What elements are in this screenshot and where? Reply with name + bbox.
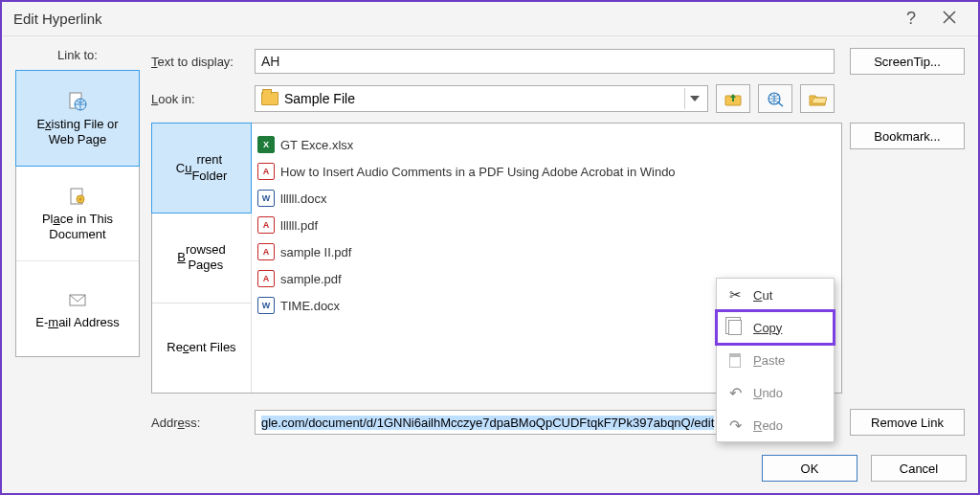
copy-icon <box>726 320 744 335</box>
pdf-icon: A <box>257 243 275 260</box>
chevron-down-icon <box>684 88 703 109</box>
help-button[interactable]: ? <box>892 9 930 29</box>
look-in-row: Look in: Sample File <box>151 84 965 113</box>
docx-icon: W <box>257 297 275 314</box>
browse-web-button[interactable] <box>758 84 792 113</box>
browse-file-button[interactable] <box>800 84 835 113</box>
edit-hyperlink-dialog: Edit Hyperlink ? Link to: Existing File … <box>0 0 980 495</box>
place-in-doc-icon <box>66 185 89 208</box>
context-redo: Redo <box>717 409 834 441</box>
docx-icon: W <box>257 190 275 207</box>
text-to-display-label: Text to display: <box>151 55 247 69</box>
globe-file-icon <box>66 90 89 113</box>
scissors-icon <box>726 286 744 304</box>
text-to-display-row: Text to display: ScreenTip... <box>151 48 965 75</box>
link-to-email-label: E-mail Address <box>35 315 119 330</box>
link-to-place-label: Place in ThisDocument <box>42 212 113 241</box>
undo-icon <box>726 384 744 402</box>
text-to-display-input[interactable] <box>255 49 835 74</box>
file-row[interactable]: XGT Exce.xlsx <box>257 131 835 158</box>
look-in-dropdown[interactable]: Sample File <box>255 85 708 112</box>
tab-current-folder[interactable]: CurrentFolder <box>151 123 252 214</box>
screentip-button[interactable]: ScreenTip... <box>850 48 965 75</box>
look-in-value: Sample File <box>284 91 679 106</box>
dialog-footer: OK Cancel <box>762 455 967 482</box>
address-row: Address: gle.com/document/d/1GNNi6ailhMc… <box>151 409 965 436</box>
link-to-column: Link to: Existing File orWeb Page Place … <box>15 48 140 480</box>
file-row[interactable]: AHow to Insert Audio Comments in a PDF U… <box>257 158 835 185</box>
clipboard-icon <box>726 353 744 368</box>
link-to-email[interactable]: E-mail Address <box>16 261 139 356</box>
link-to-existing-file[interactable]: Existing File orWeb Page <box>15 70 140 167</box>
browse-mode-tabs: CurrentFolder BrowsedPages Recent Files <box>152 124 252 393</box>
context-menu: Cut Copy Paste Undo Redo <box>716 278 835 442</box>
context-paste: Paste <box>717 344 834 376</box>
link-to-place-in-doc[interactable]: Place in ThisDocument <box>16 166 139 261</box>
file-row[interactable]: Asample II.pdf <box>257 238 835 265</box>
tab-recent-files[interactable]: Recent Files <box>152 304 251 393</box>
up-one-folder-button[interactable] <box>716 84 750 113</box>
link-to-existing-label: Existing File orWeb Page <box>36 117 118 146</box>
titlebar: Edit Hyperlink ? <box>2 2 978 36</box>
cancel-button[interactable]: Cancel <box>871 455 967 482</box>
pdf-icon: A <box>257 270 275 287</box>
context-cut[interactable]: Cut <box>717 279 834 311</box>
close-button[interactable] <box>930 11 969 28</box>
email-icon <box>66 288 89 311</box>
context-copy[interactable]: Copy <box>717 311 834 344</box>
file-row[interactable]: Wllllll.docx <box>257 185 835 212</box>
window-title: Edit Hyperlink <box>13 11 102 27</box>
link-to-options: Existing File orWeb Page Place in ThisDo… <box>15 70 140 357</box>
bookmark-button[interactable]: Bookmark... <box>850 123 965 149</box>
center-column: Text to display: ScreenTip... Look in: S… <box>151 48 965 480</box>
redo-icon <box>726 416 744 435</box>
dialog-body: Link to: Existing File orWeb Page Place … <box>2 36 978 493</box>
ok-button[interactable]: OK <box>762 455 858 482</box>
remove-link-button[interactable]: Remove Link <box>850 409 965 436</box>
context-undo: Undo <box>717 376 834 409</box>
pdf-icon: A <box>257 216 275 234</box>
pdf-icon: A <box>257 163 275 180</box>
file-row[interactable]: Allllll.pdf <box>257 212 835 238</box>
link-to-label: Link to: <box>57 48 98 62</box>
address-label: Address: <box>151 416 247 430</box>
look-in-label: Look in: <box>151 92 247 106</box>
tab-browsed-pages[interactable]: BrowsedPages <box>152 213 251 303</box>
xlsx-icon: X <box>257 136 275 153</box>
folder-icon <box>261 92 278 105</box>
